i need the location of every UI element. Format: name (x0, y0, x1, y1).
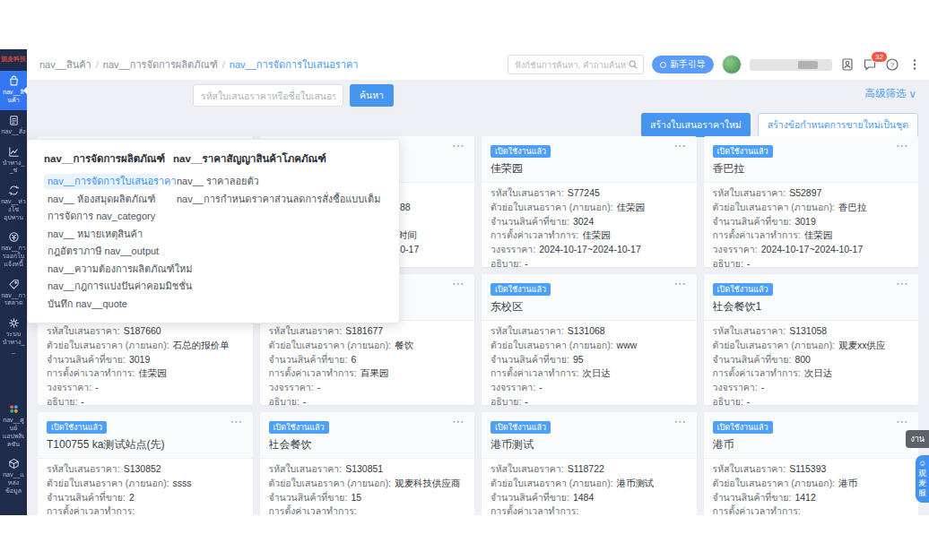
card-more-icon[interactable]: ⋯ (452, 138, 465, 152)
sidebar-item-supply-chain[interactable]: nav__ห่วงโซ่อุปทาน (0, 180, 27, 227)
sidebar-item-app-center[interactable]: nav__ศูนย์แอปพลิเคชัน (0, 399, 27, 453)
batch-create-button[interactable]: สร้างข้อกำหนดการขายใหม่เป็นชุด (758, 113, 918, 137)
price-cycle: - (761, 381, 765, 395)
status-badge: เปิดใช้งานแล้ว (491, 145, 551, 158)
quote-card[interactable]: เปิดใช้งานแล้ว ⋯ T100755 ka测试站点(先) รหัสใ… (38, 412, 253, 515)
newbie-guide-button[interactable]: 新手引导 (652, 56, 714, 73)
user-name-redacted[interactable] (750, 59, 832, 71)
quote-code: S77245 (568, 186, 600, 201)
sidebar-item-marketing[interactable]: nav__การตลาด (0, 274, 27, 314)
smiley-icon: ☺ (918, 459, 926, 468)
global-search-box[interactable] (508, 55, 644, 74)
sidebar-item-invoicing[interactable]: nav__การออกใบแจ้งหนี้ (0, 227, 27, 273)
contacts-icon[interactable] (840, 57, 855, 72)
sidebar-item-label: nav__สินค้า (0, 89, 27, 105)
sidebar-item-data-source[interactable]: nav__แหล่งข้อมูล (0, 453, 27, 500)
card-more-icon[interactable]: ⋯ (896, 138, 909, 152)
quote-card[interactable]: เปิดใช้งานแล้ว ⋯ 港币 รหัสใบเสนอราคา:S1153… (704, 412, 919, 515)
menu-item[interactable]: nav__ ห้องสมุดผลิตภัณฑ์ (44, 192, 159, 207)
field-label: การตั้งค่าเวลาทำการ: (491, 366, 578, 381)
field-label: อธิบาย: (491, 257, 521, 267)
card-header: เปิดใช้งานแล้ว ⋯ 港币 (704, 412, 919, 459)
card-header: เปิดใช้งานแล้ว ⋯ 港币测试 (482, 412, 697, 459)
status-badge: เปิดใช้งานแล้ว (713, 283, 773, 296)
sync-arrows-icon (8, 185, 20, 196)
field-label: การตั้งค่าเวลาทำการ: (713, 228, 801, 243)
card-more-icon[interactable]: ⋯ (674, 276, 688, 290)
card-header: เปิดใช้งานแล้ว ⋯ 佳荣园 (482, 136, 697, 183)
guide-label: 新手引导 (670, 58, 706, 71)
menu-item[interactable]: nav__การจัดการใบเสนอราคา (44, 174, 159, 189)
quote-search-input[interactable] (193, 84, 343, 107)
card-header: เปิดใช้งานแล้ว ⋯ 香巴拉 (704, 136, 919, 183)
menu-item[interactable]: บันทึก nav__quote (44, 297, 159, 312)
field-label: วงจรราคา: (47, 381, 91, 395)
card-more-icon[interactable]: ⋯ (230, 414, 244, 428)
quote-abbr: www (617, 339, 638, 353)
field-label: ตัวย่อใบเสนอราคา (ภายนอก): (491, 477, 613, 491)
field-label: อธิบาย: (47, 395, 77, 405)
messages-icon[interactable]: 32 (863, 57, 877, 72)
quote-abbr: 观麦科技供应商 (395, 477, 461, 491)
card-more-icon[interactable]: ⋯ (452, 276, 465, 290)
card-more-icon[interactable]: ⋯ (674, 138, 688, 152)
sidebar-item-label: นำทาง__ช่ (0, 159, 27, 176)
quote-code: S131068 (568, 324, 605, 339)
status-badge: เปิดใช้งานแล้ว (491, 283, 551, 296)
card-more-icon[interactable]: ⋯ (896, 414, 909, 428)
description: - (747, 257, 751, 267)
menu-item[interactable]: การจัดการ nav_category (44, 209, 159, 224)
sidebar-item-products[interactable]: nav__สินค้า (0, 71, 27, 110)
sidebar-item-reports[interactable]: นำทาง__ช่ (0, 142, 27, 181)
menu-item[interactable]: nav__ ราคาลอยตัว (173, 174, 385, 189)
quote-code: S187660 (124, 324, 161, 339)
quote-card[interactable]: เปิดใช้งานแล้ว ⋯ 香巴拉 รหัสใบเสนอราคา:S528… (704, 136, 919, 267)
description: - (747, 395, 751, 405)
field-label: ตัวย่อใบเสนอราคา (ภายนอก): (713, 339, 836, 353)
quote-abbr: 餐饮 (395, 339, 413, 353)
kebab-menu-icon[interactable] (907, 57, 922, 72)
breadcrumb-item[interactable]: nav__สินค้า (39, 56, 91, 73)
field-label: รหัสใบเสนอราคา: (47, 462, 120, 477)
sidebar-item-system[interactable]: ระบบนำทาง__ (0, 313, 27, 359)
task-tab[interactable]: งาน (906, 430, 929, 448)
card-more-icon[interactable]: ⋯ (896, 276, 909, 290)
time-setting: 佳荣园 (804, 228, 833, 243)
search-icon[interactable] (628, 59, 638, 70)
menu-item[interactable]: nav__กฎการแบ่งปันค่าคอมมิชชั่น (44, 279, 159, 294)
field-label: การตั้งค่าเวลาทำการ: (491, 504, 578, 515)
sidebar-item-orders[interactable]: nav__สั่ง (0, 110, 27, 142)
help-icon[interactable]: ? (885, 57, 899, 72)
card-more-icon[interactable]: ⋯ (452, 414, 465, 428)
field-label: จำนวนสินค้าที่ขาย: (491, 491, 569, 505)
quote-card[interactable]: เปิดใช้งานแล้ว ⋯ 港币测试 รหัสใบเสนอราคา:S11… (482, 412, 697, 515)
field-label: จำนวนสินค้าที่ขาย: (491, 215, 569, 229)
card-title: 佳荣园 (491, 161, 688, 177)
card-more-icon[interactable]: ⋯ (674, 414, 688, 428)
quote-card[interactable]: เปิดใช้งานแล้ว ⋯ 佳荣园 รหัสใบเสนอราคา:S772… (482, 136, 697, 267)
quote-card[interactable]: เปิดใช้งานแล้ว ⋯ 东校区 รหัสใบเสนอราคา:S131… (482, 274, 697, 405)
breadcrumb-item[interactable]: nav__การจัดการผลิตภัณฑ์ (103, 56, 218, 73)
item-count: 1412 (794, 491, 815, 505)
card-title: 社会餐饮 (269, 437, 466, 452)
avatar[interactable] (722, 55, 742, 74)
field-label: ตัวย่อใบเสนอราคา (ภายนอก): (269, 339, 392, 353)
create-quote-button[interactable]: สร้างใบเสนอราคาใหม่ (641, 113, 751, 137)
menu-item[interactable]: nav__ หมายเหตุสินค้า (44, 227, 159, 242)
quote-card[interactable]: เปิดใช้งานแล้ว ⋯ 社会餐饮 รหัสใบเสนอราคา:S13… (260, 412, 475, 515)
menu-item[interactable]: กฎอัตราภาษี nav__output (44, 244, 159, 259)
global-search-input[interactable] (515, 60, 628, 70)
quote-card[interactable]: เปิดใช้งานแล้ว ⋯ 社会餐饮1 รหัสใบเสนอราคา:S1… (704, 274, 919, 405)
tag-icon (8, 279, 20, 290)
line-chart-icon (8, 146, 20, 158)
field-label: จำนวนสินค้าที่ขาย: (713, 353, 792, 367)
item-count: 3024 (573, 215, 594, 229)
search-button[interactable]: ค้นหา (350, 84, 394, 107)
menu-item[interactable]: nav__การกำหนดราคาส่วนลดการสั่งซื้อแบบเต็… (173, 192, 385, 207)
menu-item[interactable]: nav__ความต้องการผลิตภัณฑ์ใหม่ (44, 262, 159, 277)
menu-column-products: nav__การจัดการผลิตภัณฑ์ nav__การจัดการใบ… (44, 151, 159, 314)
time-setting: 次日达 (804, 366, 833, 381)
advanced-filter-link[interactable]: 高级筛选 ∨ (865, 87, 916, 100)
time-setting: 佳荣园 (582, 228, 611, 243)
customer-service-widget[interactable]: ☺ 观麦服 (916, 455, 929, 503)
